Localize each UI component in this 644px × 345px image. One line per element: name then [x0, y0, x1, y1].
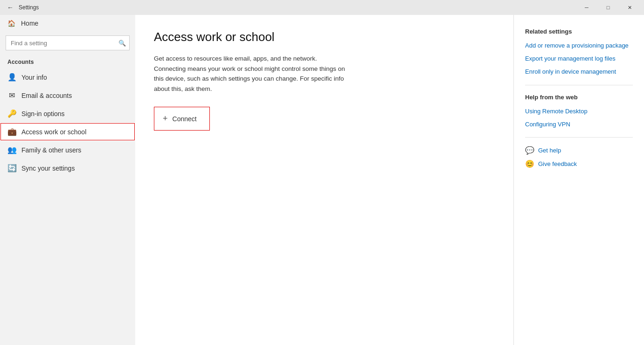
- section-label: Accounts: [0, 56, 135, 68]
- connect-button[interactable]: + Connect: [154, 107, 210, 131]
- your-info-label: Your info: [21, 74, 47, 81]
- titlebar-title: Settings: [19, 4, 39, 11]
- configuring-vpn-link[interactable]: Configuring VPN: [525, 120, 633, 129]
- search-icon: 🔍: [118, 40, 126, 47]
- search-input[interactable]: [6, 35, 130, 50]
- right-panel: Related settings Add or remove a provisi…: [513, 15, 644, 345]
- add-remove-provisioning-link[interactable]: Add or remove a provisioning package: [525, 41, 633, 50]
- family-icon: 👥: [7, 145, 16, 154]
- family-other-users-label: Family & other users: [21, 146, 81, 154]
- search-container: 🔍: [6, 35, 130, 50]
- back-button[interactable]: ←: [4, 1, 17, 14]
- close-button[interactable]: ✕: [619, 0, 640, 15]
- give-feedback-item[interactable]: 😊 Give feedback: [525, 159, 633, 168]
- main-panel: Access work or school Get access to reso…: [135, 15, 513, 345]
- your-info-icon: 👤: [7, 73, 16, 82]
- give-feedback-link[interactable]: Give feedback: [538, 160, 577, 167]
- sync-icon: 🔄: [7, 164, 16, 172]
- sidebar-item-home[interactable]: 🏠 Home: [0, 15, 135, 32]
- sidebar-item-access-work-school[interactable]: 💼 Access work or school: [0, 123, 135, 141]
- sign-in-icon: 🔑: [7, 109, 16, 118]
- plus-icon: +: [163, 114, 168, 124]
- sidebar-item-email-accounts[interactable]: ✉ Email & accounts: [0, 86, 135, 104]
- get-help-icon: 💬: [525, 146, 534, 155]
- page-description: Get access to resources like email, apps…: [154, 54, 350, 94]
- divider: [525, 85, 633, 85]
- sidebar-item-sync-settings[interactable]: 🔄 Sync your settings: [0, 159, 135, 177]
- sidebar: 🏠 Home 🔍 Accounts 👤 Your info ✉ Email & …: [0, 15, 135, 345]
- help-from-web-heading: Help from the web: [525, 94, 633, 101]
- access-work-school-label: Access work or school: [21, 128, 86, 136]
- sign-in-options-label: Sign-in options: [21, 110, 65, 117]
- email-accounts-label: Email & accounts: [21, 92, 72, 99]
- titlebar: ← Settings ─ □ ✕: [0, 0, 644, 15]
- sync-settings-label: Sync your settings: [21, 165, 75, 172]
- email-icon: ✉: [7, 91, 16, 100]
- export-management-logs-link[interactable]: Export your management log files: [525, 55, 633, 63]
- work-school-icon: 💼: [7, 127, 16, 136]
- divider-2: [525, 137, 633, 138]
- sidebar-item-family-other-users[interactable]: 👥 Family & other users: [0, 141, 135, 159]
- related-settings-heading: Related settings: [525, 28, 633, 35]
- give-feedback-icon: 😊: [525, 159, 534, 168]
- window-controls: ─ □ ✕: [576, 0, 640, 15]
- home-label: Home: [21, 20, 38, 27]
- maximize-button[interactable]: □: [597, 0, 619, 15]
- back-icon: ←: [7, 4, 14, 11]
- page-title: Access work or school: [154, 30, 495, 44]
- get-help-item[interactable]: 💬 Get help: [525, 146, 633, 155]
- sidebar-item-sign-in-options[interactable]: 🔑 Sign-in options: [0, 104, 135, 123]
- get-help-link[interactable]: Get help: [538, 147, 561, 154]
- home-icon: 🏠: [7, 20, 15, 27]
- minimize-button[interactable]: ─: [576, 0, 597, 15]
- enroll-device-mgmt-link[interactable]: Enroll only in device management: [525, 68, 633, 76]
- sidebar-item-your-info[interactable]: 👤 Your info: [0, 68, 135, 86]
- using-remote-desktop-link[interactable]: Using Remote Desktop: [525, 107, 633, 116]
- app-body: 🏠 Home 🔍 Accounts 👤 Your info ✉ Email & …: [0, 15, 644, 345]
- connect-label: Connect: [173, 115, 197, 123]
